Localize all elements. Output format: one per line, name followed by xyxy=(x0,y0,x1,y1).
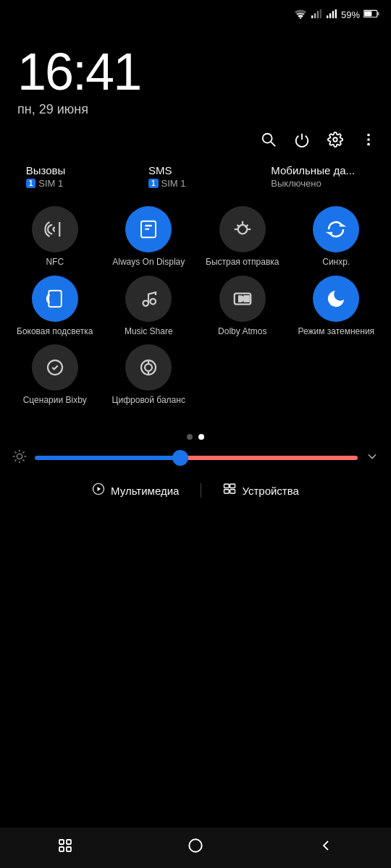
tile-sync-label: Синхр. xyxy=(322,257,350,268)
battery-text: 59% xyxy=(341,9,360,20)
sms-sim-badge: 1 xyxy=(148,179,159,188)
devices-icon xyxy=(223,482,236,499)
tile-bedtime-label: Режим затемнения xyxy=(298,326,374,338)
svg-rect-11 xyxy=(364,11,371,16)
svg-rect-8 xyxy=(335,9,337,18)
network-calls[interactable]: Вызовы 1 SIM 1 xyxy=(26,164,120,189)
svg-rect-50 xyxy=(67,840,71,844)
tile-dolby-label: Dolby Atmos xyxy=(218,326,266,338)
recents-nav-icon[interactable] xyxy=(56,837,74,859)
network-sms[interactable]: SMS 1 SIM 1 xyxy=(148,164,243,189)
clock-date: пн, 29 июня xyxy=(17,102,374,117)
network-row: Вызовы 1 SIM 1 SMS 1 SIM 1 Мобильные да.… xyxy=(0,158,391,200)
expand-icon[interactable] xyxy=(365,449,379,467)
tile-musicshare-label: Music Share xyxy=(125,326,173,338)
power-icon[interactable] xyxy=(294,132,310,151)
network-data[interactable]: Мобильные да... Выключено xyxy=(271,164,365,189)
tile-nfc-label: NFC xyxy=(46,257,64,268)
clock-area: 16:41 пн, 29 июня xyxy=(0,24,391,132)
tile-sync[interactable]: Синхр. xyxy=(292,206,382,268)
brightness-icon xyxy=(12,448,28,468)
svg-point-25 xyxy=(151,299,156,305)
svg-rect-4 xyxy=(320,9,321,18)
svg-rect-1 xyxy=(311,15,313,18)
svg-point-17 xyxy=(367,143,370,146)
nav-bar xyxy=(0,827,391,868)
page-indicators xyxy=(0,434,391,440)
svg-marker-44 xyxy=(98,487,101,491)
tile-nfc[interactable]: NFC xyxy=(10,206,100,268)
clock-time: 16:41 xyxy=(17,46,374,98)
tile-edge[interactable]: Боковая подсветка xyxy=(10,276,100,338)
search-icon[interactable] xyxy=(261,132,277,151)
tile-edge-circle xyxy=(32,276,78,322)
tile-wellbeing[interactable]: Цифровой баланс xyxy=(104,344,194,407)
svg-point-14 xyxy=(333,137,337,142)
battery-icon xyxy=(363,9,379,20)
wifi-icon xyxy=(294,9,307,21)
signal2-icon xyxy=(326,9,337,21)
tile-musicshare[interactable]: Music Share xyxy=(104,276,194,338)
calls-sub: 1 SIM 1 xyxy=(26,178,64,189)
svg-rect-2 xyxy=(314,13,316,18)
svg-rect-48 xyxy=(230,490,235,493)
status-icons: 59% xyxy=(294,9,379,21)
media-row: Мультимедиа Устройства xyxy=(0,471,391,511)
tile-bixby-circle xyxy=(32,344,78,391)
qs-header xyxy=(0,132,391,158)
svg-rect-52 xyxy=(67,847,71,851)
more-icon[interactable] xyxy=(361,132,377,151)
svg-rect-7 xyxy=(332,11,334,18)
devices-button[interactable]: Устройства xyxy=(201,482,320,499)
svg-point-0 xyxy=(300,17,301,19)
brightness-thumb[interactable] xyxy=(172,450,188,466)
svg-point-15 xyxy=(367,134,370,137)
tile-sync-circle xyxy=(313,206,359,252)
media-button[interactable]: Мультимедиа xyxy=(70,482,201,499)
svg-rect-49 xyxy=(59,840,64,844)
page-dot-1[interactable] xyxy=(187,434,193,440)
tile-quickshare-circle xyxy=(219,206,266,252)
svg-rect-10 xyxy=(377,12,379,16)
tile-quickshare[interactable]: Быстрая отправка xyxy=(198,206,287,268)
svg-point-31 xyxy=(145,364,152,371)
calls-sim-text: SIM 1 xyxy=(38,178,63,189)
settings-icon[interactable] xyxy=(327,132,343,151)
signal1-icon xyxy=(311,9,322,21)
svg-rect-20 xyxy=(145,225,152,227)
data-label: Мобильные да... xyxy=(271,164,355,176)
svg-point-34 xyxy=(17,454,22,459)
tile-dolby[interactable]: Dolby Atmos xyxy=(198,276,287,338)
calls-sim-badge: 1 xyxy=(26,179,36,188)
svg-line-40 xyxy=(22,459,24,461)
tile-bedtime[interactable]: Режим затемнения xyxy=(292,276,382,338)
tile-wellbeing-label: Цифровой баланс xyxy=(112,395,185,407)
tile-bixby[interactable]: Сценарии Bixby xyxy=(10,344,100,407)
tile-bixby-label: Сценарии Bixby xyxy=(23,395,87,407)
svg-point-12 xyxy=(263,134,272,143)
brightness-row xyxy=(0,448,391,468)
tile-quickshare-label: Быстрая отправка xyxy=(206,257,279,268)
svg-rect-47 xyxy=(224,490,230,493)
svg-rect-27 xyxy=(244,296,246,302)
svg-rect-6 xyxy=(329,13,331,18)
sms-label: SMS xyxy=(148,164,172,176)
svg-point-53 xyxy=(189,839,201,851)
tile-bedtime-circle xyxy=(313,276,359,322)
brightness-slider[interactable] xyxy=(35,456,358,460)
calls-label: Вызовы xyxy=(26,164,66,176)
svg-point-16 xyxy=(367,138,370,141)
home-nav-icon[interactable] xyxy=(186,836,205,859)
page-dot-2[interactable] xyxy=(198,434,204,440)
devices-label: Устройства xyxy=(242,485,298,497)
tile-aod[interactable]: Always On Display xyxy=(104,206,194,268)
media-label: Мультимедиа xyxy=(111,485,179,497)
tile-nfc-circle xyxy=(32,206,78,252)
back-nav-icon[interactable] xyxy=(317,837,335,859)
svg-rect-46 xyxy=(230,484,235,488)
tile-musicshare-circle xyxy=(125,276,172,322)
svg-line-39 xyxy=(14,451,16,453)
tile-aod-circle xyxy=(125,206,172,252)
svg-rect-45 xyxy=(224,484,230,488)
svg-rect-23 xyxy=(49,290,62,307)
